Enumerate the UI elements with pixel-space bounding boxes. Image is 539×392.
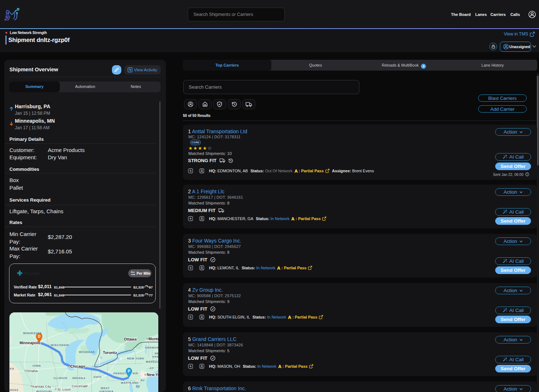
svg-text:Omaha: Omaha bbox=[26, 369, 38, 373]
svg-text:NSAS: NSAS bbox=[10, 388, 18, 392]
svg-text:MISSOURI: MISSOURI bbox=[36, 390, 52, 392]
svg-text:MARYLAND: MARYLAND bbox=[121, 381, 139, 384]
svg-text:New Yor: New Yor bbox=[147, 372, 158, 377]
svg-text:VERMONT: VERMONT bbox=[145, 346, 158, 349]
svg-text:Chicago: Chicago bbox=[70, 364, 85, 368]
svg-text:CT: CT bbox=[150, 367, 154, 370]
svg-text:HAMPS: HAMPS bbox=[152, 355, 158, 358]
svg-text:VIRGINIA: VIRGINIA bbox=[99, 390, 114, 392]
svg-text:Montre: Montre bbox=[149, 337, 158, 341]
svg-text:St. Louis: St. Louis bbox=[57, 387, 71, 391]
svg-text:NEW YORK: NEW YORK bbox=[127, 357, 145, 360]
svg-text:WISCONSIN: WISCONSIN bbox=[51, 343, 69, 347]
svg-text:NIA: NIA bbox=[133, 372, 138, 375]
svg-text:MICHIGAN: MICHIGAN bbox=[79, 350, 95, 354]
svg-text:NJ: NJ bbox=[141, 379, 145, 382]
svg-text:NE: NE bbox=[155, 352, 158, 355]
svg-text:WEST: WEST bbox=[101, 387, 110, 390]
svg-text:DE: DE bbox=[136, 385, 140, 388]
svg-text:OHIO: OHIO bbox=[93, 375, 101, 379]
svg-text:Minneapolis: Minneapolis bbox=[20, 341, 41, 345]
svg-text:MASSACH: MASSACH bbox=[146, 360, 158, 363]
svg-text:PENNSYL: PENNSYL bbox=[113, 372, 128, 375]
svg-text:KA: KA bbox=[10, 367, 14, 370]
svg-text:INDIANA: INDIANA bbox=[72, 376, 85, 380]
svg-text:ILLINOIS: ILLINOIS bbox=[54, 376, 67, 380]
svg-text:Kansas City: Kansas City bbox=[33, 384, 51, 388]
svg-text:D: D bbox=[38, 334, 40, 338]
svg-text:P: P bbox=[128, 369, 130, 373]
svg-text:IOWA: IOWA bbox=[33, 364, 41, 367]
svg-text:Cincinnati: Cincinnati bbox=[72, 384, 87, 388]
